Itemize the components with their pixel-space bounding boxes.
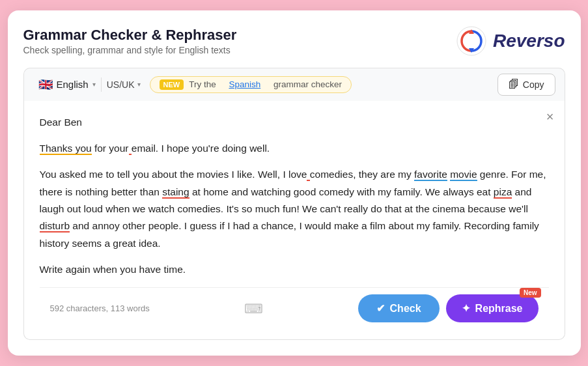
page-title: Grammar Checker & Rephraser: [23, 27, 237, 44]
header: Grammar Checker & Rephraser Check spelli…: [23, 26, 565, 56]
copy-button[interactable]: 🗐 Copy: [497, 74, 555, 96]
promo-badge: NEW Try the Spanish grammar checker: [150, 76, 352, 93]
language-selector[interactable]: 🇬🇧 English ▾: [33, 75, 101, 94]
logo-area: Reverso: [456, 26, 565, 56]
copy-icon: 🗐: [509, 79, 519, 91]
copy-label: Copy: [523, 79, 544, 90]
error-love-space: [307, 169, 309, 181]
language-label: English: [57, 79, 89, 90]
region-chevron-icon: ▾: [137, 81, 141, 88]
promo-text: Try the: [189, 79, 216, 89]
error-piza: piza: [494, 186, 512, 199]
action-buttons: ✔ Check New ✦ Rephrase: [358, 294, 539, 322]
error-movie: movie: [450, 169, 477, 181]
rephrase-button[interactable]: New ✦ Rephrase: [446, 294, 539, 322]
error-favorite: favorite: [414, 169, 447, 181]
language-chevron-icon: ▾: [92, 81, 96, 88]
logo-text: Reverso: [493, 31, 565, 51]
intro-line: Thanks you for your email. I hope you're…: [40, 140, 549, 157]
closing-line: Write again when you have time.: [40, 261, 549, 278]
new-badge-label: NEW: [160, 79, 184, 90]
region-label: US/UK: [107, 79, 135, 90]
region-selector[interactable]: US/UK ▾: [102, 77, 146, 92]
close-button[interactable]: ×: [546, 110, 554, 123]
check-label: Check: [390, 303, 421, 315]
editor-area[interactable]: × Dear Ben Thanks you for your email. I …: [23, 101, 565, 341]
check-icon: ✔: [376, 302, 385, 315]
main-card: Grammar Checker & Rephraser Check spelli…: [8, 10, 581, 356]
error-staing: staing: [162, 186, 189, 199]
reverso-logo-icon: [456, 26, 486, 56]
error-your-space: [129, 143, 132, 155]
promo-link[interactable]: Spanish: [229, 79, 260, 89]
promo-suffix: grammar checker: [273, 79, 342, 89]
rephrase-icon: ✦: [462, 302, 470, 315]
error-thanks-you: Thanks you: [40, 143, 92, 155]
error-disturb: disturb: [40, 220, 70, 232]
char-count: 592 characters, 113 words: [50, 302, 150, 316]
rephrase-label: Rephrase: [475, 303, 523, 315]
greeting-line: Dear Ben: [40, 114, 549, 131]
rephrase-new-badge: New: [520, 288, 541, 298]
keyboard-icon[interactable]: ⌨: [244, 298, 263, 320]
flag-icon: 🇬🇧: [38, 77, 53, 92]
editor-footer: 592 characters, 113 words ⌨ ✔ Check New …: [40, 287, 549, 329]
page-subtitle: Check spelling, grammar and style for En…: [23, 45, 237, 55]
toolbar: 🇬🇧 English ▾ US/UK ▾ NEW Try the Spanish…: [23, 68, 565, 101]
check-button[interactable]: ✔ Check: [358, 294, 440, 322]
header-left: Grammar Checker & Rephraser Check spelli…: [23, 27, 237, 55]
main-paragraph: You asked me to tell you about the movie…: [40, 166, 549, 252]
text-content: Dear Ben Thanks you for your email. I ho…: [40, 114, 549, 279]
